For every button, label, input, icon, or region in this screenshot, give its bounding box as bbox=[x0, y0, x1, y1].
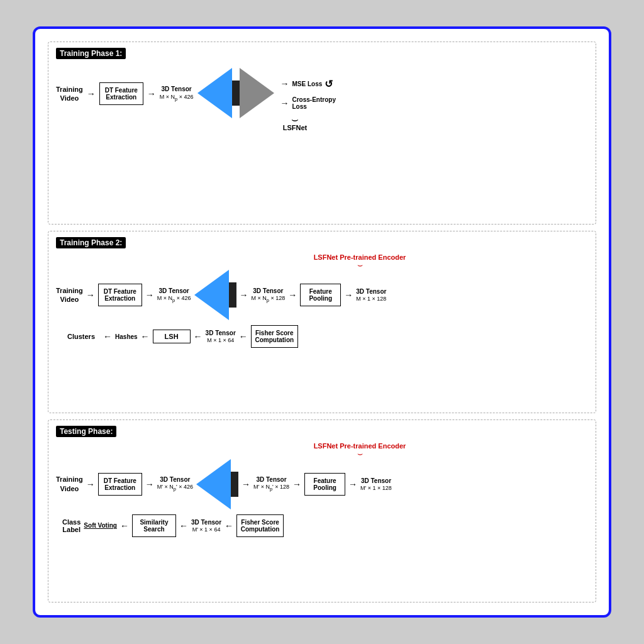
testing-arrow5: → bbox=[348, 479, 357, 489]
testing-arrow2: → bbox=[145, 479, 154, 489]
phase1-arrow2: → bbox=[147, 89, 156, 99]
testing-similarity-search: SimilaritySearch bbox=[132, 514, 176, 537]
testing-section: Testing Phase: LSFNet Pre-trained Encode… bbox=[48, 419, 596, 602]
phase2-feature-pooling: FeaturePooling bbox=[300, 284, 341, 306]
phase2-tensor-pool: 3D Tensor M × 1 × 128 bbox=[356, 288, 386, 302]
phase1-cross-entropy: Cross-EntropyLoss bbox=[292, 96, 336, 110]
testing-label: Testing Phase: bbox=[56, 426, 116, 437]
testing-tensor-fisher: 3D Tensor M' × 1 × 64 bbox=[191, 519, 221, 533]
phase2-label: Training Phase 2: bbox=[56, 237, 126, 248]
testing-arrow-left2: ← bbox=[225, 521, 233, 531]
phase2-arrow-left3: ← bbox=[194, 331, 203, 341]
phase1-arrow-ce: → bbox=[280, 98, 289, 108]
phase2-dt-feature: DT FeatureExtraction bbox=[98, 284, 142, 306]
phase1-lsfnet-label: LSFNet bbox=[283, 124, 308, 131]
testing-class-label: ClassLabel bbox=[62, 518, 80, 533]
testing-tensor-out: 3D Tensor M' × Np' × 128 bbox=[253, 476, 289, 492]
testing-arrow-left0: ← bbox=[120, 521, 129, 531]
phase1-dt-feature: DT FeatureExtraction bbox=[99, 82, 143, 105]
phase2-encoder bbox=[194, 270, 229, 320]
phase1-bottleneck bbox=[232, 80, 240, 106]
phase1-arrow1: → bbox=[87, 89, 96, 99]
testing-bottleneck bbox=[231, 472, 238, 497]
testing-tensor-pool: 3D Tensor M' × 1 × 128 bbox=[360, 477, 392, 491]
phase2-arrow5: → bbox=[344, 290, 353, 300]
phase2-tensor-out: 3D Tensor M × Np × 128 bbox=[252, 287, 286, 303]
phase1-decoder bbox=[240, 68, 274, 118]
phase1-encoder bbox=[197, 68, 232, 118]
testing-training-video: TrainingVideo bbox=[56, 475, 83, 493]
testing-tensor-in: 3D Tensor M' × Np' × 426 bbox=[157, 476, 193, 492]
testing-fisher-score: Fisher ScoreComputation bbox=[236, 514, 284, 537]
phase2-fisher-score: Fisher ScoreComputation bbox=[251, 325, 298, 348]
testing-arrow4: → bbox=[292, 479, 301, 489]
phase2-tensor-fisher: 3D Tensor M × 1 × 64 bbox=[206, 330, 236, 343]
phase2-bottleneck bbox=[229, 282, 236, 308]
phase2-tensor-in: 3D Tensor M × Np × 426 bbox=[157, 287, 191, 303]
testing-arrow3: → bbox=[242, 479, 250, 489]
phase2-section: Training Phase 2: LSFNet Pre-trained Enc… bbox=[48, 231, 596, 414]
phase1-label: Training Phase 1: bbox=[56, 48, 126, 59]
phase2-arrow4: → bbox=[288, 290, 297, 300]
testing-dt-feature: DT FeatureExtraction bbox=[98, 473, 142, 496]
phase1-arrow-mse: → bbox=[280, 79, 289, 89]
testing-arrow1: → bbox=[86, 479, 95, 489]
phase2-lsh: LSH bbox=[153, 330, 191, 343]
phase2-arrow-left1: ← bbox=[103, 331, 112, 341]
phase2-arrow1: → bbox=[86, 290, 95, 300]
testing-soft-voting: Soft Voting bbox=[84, 522, 117, 529]
phase2-arrow-left4: ← bbox=[239, 331, 248, 341]
phase1-tensor-in: 3D Tensor M × Np × 426 bbox=[160, 85, 194, 103]
phase1-mse-loss: MSE Loss ↺ bbox=[292, 78, 333, 90]
testing-encoder bbox=[196, 459, 231, 509]
phase2-training-video: TrainingVideo bbox=[56, 286, 83, 304]
phase2-hashes-label: Hashes bbox=[115, 333, 138, 340]
phase2-arrow2: → bbox=[145, 290, 154, 300]
phase2-clusters: Clusters bbox=[62, 330, 100, 343]
phase1-section: Training Phase 1: TrainingVideo → DT Fea… bbox=[48, 42, 596, 225]
testing-feature-pooling: FeaturePooling bbox=[304, 473, 345, 496]
phase1-training-video: TrainingVideo bbox=[56, 85, 83, 103]
phase2-arrow3: → bbox=[240, 290, 248, 300]
testing-arrow-left1: ← bbox=[179, 521, 188, 531]
main-frame: Training Phase 1: TrainingVideo → DT Fea… bbox=[33, 26, 611, 618]
phase2-arrow-left2: ← bbox=[141, 331, 150, 341]
